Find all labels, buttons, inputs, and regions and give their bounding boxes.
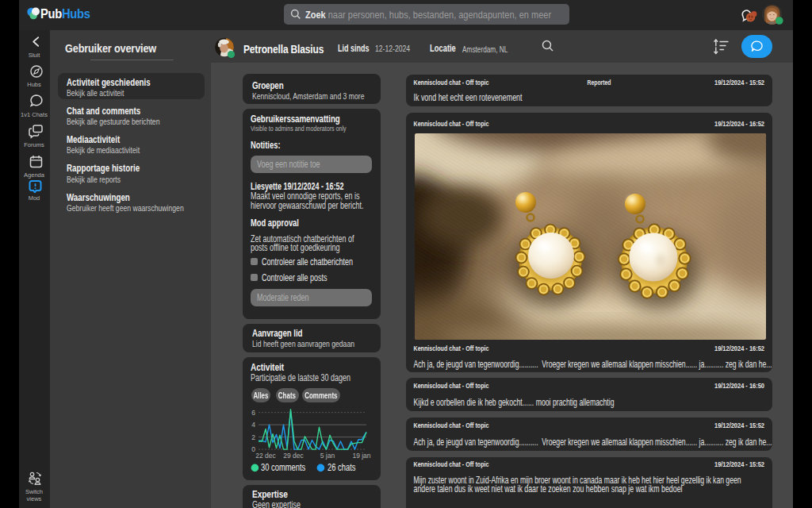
svg-text:Ach ja, de jeugd van tegenwoor: Ach ja, de jeugd van tegenwoordig.......… — [414, 358, 772, 370]
svg-text:5 jan: 5 jan — [320, 452, 335, 460]
svg-text:19/12/2024 - 16:52: 19/12/2024 - 16:52 — [714, 344, 764, 352]
svg-text:19/12/2024 - 16:52: 19/12/2024 - 16:52 — [714, 120, 764, 128]
svg-text:Kenniscloud chat - Off topic: Kenniscloud chat - Off topic — [414, 120, 489, 128]
svg-text:Ik vond het echt een rotevenem: Ik vond het echt een rotevenement — [414, 91, 523, 103]
svg-text:2: 2 — [251, 433, 255, 441]
svg-text:6: 6 — [251, 409, 255, 417]
svg-text:19/12/2024 - 15:52: 19/12/2024 - 15:52 — [714, 421, 764, 429]
svg-text:Kenniscloud chat - Off topic: Kenniscloud chat - Off topic — [414, 460, 489, 468]
svg-text:19/12/2024 - 16:50: 19/12/2024 - 16:50 — [714, 382, 764, 390]
svg-text:Kenniscloud chat - Off topic: Kenniscloud chat - Off topic — [414, 344, 489, 352]
svg-text:19/12/2024 - 15:52: 19/12/2024 - 15:52 — [714, 79, 764, 87]
svg-text:andere talen dus ik weet niet: andere talen dus ik weet niet wat ik daa… — [414, 483, 683, 495]
svg-text:19/12/2024 - 15:52: 19/12/2024 - 15:52 — [714, 460, 764, 468]
svg-text:19 jan: 19 jan — [352, 452, 370, 460]
svg-text:22 dec: 22 dec — [255, 452, 276, 460]
svg-text:Kenniscloud chat - Off topic: Kenniscloud chat - Off topic — [414, 382, 489, 390]
svg-text:29 dec: 29 dec — [283, 452, 304, 460]
svg-text:Kenniscloud chat - Off topic: Kenniscloud chat - Off topic — [414, 421, 489, 429]
svg-text:4: 4 — [251, 421, 255, 429]
svg-text:Kenniscloud chat - Off topic: Kenniscloud chat - Off topic — [414, 79, 489, 87]
svg-text:Kijkd e oorbellen die ik heb g: Kijkd e oorbellen die ik heb gekocht....… — [414, 396, 615, 408]
svg-text:Ach ja, de jeugd van tegenwoor: Ach ja, de jeugd van tegenwoordig.......… — [414, 436, 772, 448]
svg-text:Reported: Reported — [588, 79, 611, 87]
